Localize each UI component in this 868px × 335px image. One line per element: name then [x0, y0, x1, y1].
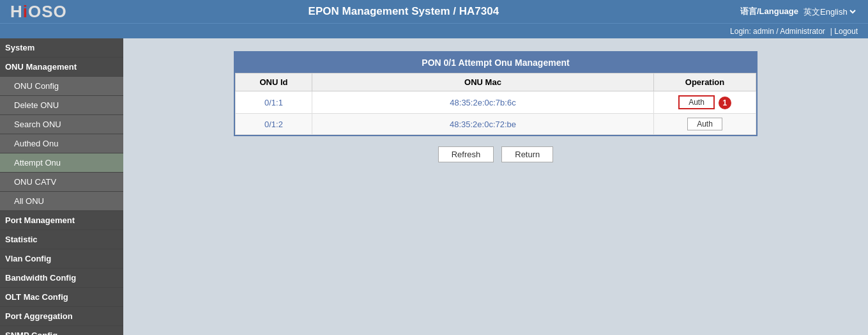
sidebar-item-port-aggregation[interactable]: Port Aggregation [0, 307, 123, 326]
onu-table-container: PON 0/1 Attempt Onu Management ONU Id ON… [234, 51, 758, 136]
sidebar-item-port-management[interactable]: Port Management [0, 211, 123, 230]
onu-id-cell: 0/1:2 [236, 114, 312, 135]
sidebar-item-snmp-config[interactable]: SNMP Config [0, 326, 123, 335]
badge-1: 1 [719, 97, 731, 109]
sidebar-item-onu-management[interactable]: ONU Management [0, 58, 123, 77]
logo-i: i [23, 2, 28, 21]
sidebar-item-all-onu[interactable]: All ONU [0, 192, 123, 211]
header-bottom: Login: admin / Administrator | Logout [0, 23, 868, 38]
language-selector[interactable]: 语言/Language 英文English [740, 6, 858, 17]
operation-cell: Auth [654, 114, 756, 135]
sidebar-item-olt-mac-config[interactable]: OLT Mac Config [0, 288, 123, 307]
return-button[interactable]: Return [501, 146, 553, 162]
sidebar-item-attempt-onu[interactable]: Attempt Onu [0, 153, 123, 173]
operation-cell: Auth1 [654, 91, 756, 114]
main-layout: SystemONU ManagementONU ConfigDelete ONU… [0, 38, 868, 335]
onu-mac-cell: 48:35:2e:0c:72:be [312, 114, 654, 135]
refresh-button[interactable]: Refresh [438, 146, 494, 162]
sidebar-item-onu-config[interactable]: ONU Config [0, 77, 123, 96]
lang-label: 语言/Language [740, 6, 798, 17]
content-area: PON 0/1 Attempt Onu Management ONU Id ON… [123, 38, 868, 335]
table-title: PON 0/1 Attempt Onu Management [235, 52, 756, 73]
auth-button-1[interactable]: Auth [678, 95, 715, 109]
page-title: EPON Management System / HA7304 [67, 5, 740, 18]
table-row: 0/1:148:35:2e:0c:7b:6cAuth1 [236, 91, 756, 114]
sidebar-item-delete-onu[interactable]: Delete ONU [0, 96, 123, 115]
col-header-onu-mac: ONU Mac [312, 74, 654, 91]
sidebar-item-vlan-config[interactable]: Vlan Config [0, 249, 123, 269]
sidebar: SystemONU ManagementONU ConfigDelete ONU… [0, 38, 123, 335]
onu-id-cell: 0/1:1 [236, 91, 312, 114]
table-row: 0/1:248:35:2e:0c:72:beAuth [236, 114, 756, 135]
col-header-onu-id: ONU Id [236, 74, 312, 91]
onu-table: ONU Id ONU Mac Operation 0/1:148:35:2e:0… [235, 73, 756, 135]
sidebar-item-authed-onu[interactable]: Authed Onu [0, 134, 123, 153]
logo-rest: OSO [28, 2, 67, 21]
logout-link[interactable]: | Logout [830, 27, 858, 36]
auth-button-2[interactable]: Auth [687, 118, 722, 130]
button-row: Refresh Return [136, 146, 855, 162]
onu-mac-cell: 48:35:2e:0c:7b:6c [312, 91, 654, 114]
header-top: HiOSO EPON Management System / HA7304 语言… [0, 0, 868, 23]
col-header-operation: Operation [654, 74, 756, 91]
sidebar-item-system[interactable]: System [0, 38, 123, 58]
logo-h: H [10, 2, 23, 21]
sidebar-item-bandwidth-config[interactable]: Bandwidth Config [0, 269, 123, 288]
sidebar-item-search-onu[interactable]: Search ONU [0, 115, 123, 134]
logo: HiOSO [10, 2, 67, 22]
login-info: Login: admin / Administrator [730, 27, 825, 36]
sidebar-item-statistic[interactable]: Statistic [0, 230, 123, 249]
sidebar-item-onu-catv[interactable]: ONU CATV [0, 173, 123, 192]
lang-dropdown[interactable]: 英文English [801, 6, 858, 17]
